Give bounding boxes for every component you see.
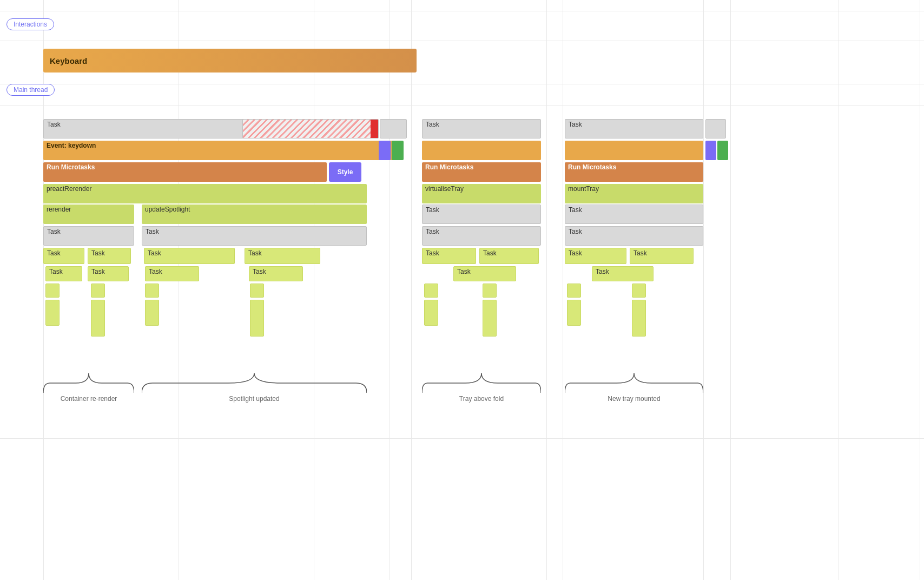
update-spotlight-label: updateSpotlight — [145, 206, 190, 213]
rerender-label: rerender — [47, 206, 71, 213]
leaf-8 — [250, 300, 264, 337]
task-m4: Task — [630, 248, 694, 264]
brace-spotlight-updated — [142, 372, 367, 394]
green-sq-1 — [392, 141, 404, 160]
event-keydown: Event: keydown — [43, 141, 394, 160]
task-m2: Task — [565, 226, 703, 246]
keyboard-label: Keyboard — [50, 56, 87, 65]
task-rerender-label: Task — [47, 228, 61, 235]
leaf-r2-1 — [567, 284, 581, 298]
task-main-r1: Task — [422, 119, 541, 139]
purple-sq-1 — [379, 141, 391, 160]
task-v1: Task — [422, 205, 541, 224]
task-hatched — [242, 119, 379, 139]
leaf-7 — [250, 284, 264, 298]
leaf-r1-1 — [424, 284, 438, 298]
leaf-1 — [45, 284, 60, 298]
run-microtasks-left: Run Microtasks — [43, 162, 327, 182]
main-thread-label: Main thread — [14, 86, 48, 94]
task-rerender: Task — [43, 226, 134, 246]
style-label: Style — [338, 168, 353, 176]
interactions-pill[interactable]: Interactions — [6, 18, 54, 30]
preact-rerender-label: preactRerender — [47, 185, 91, 193]
task-m3: Task — [565, 248, 626, 264]
leaf-3 — [45, 300, 60, 326]
event-r2 — [565, 141, 703, 160]
leaf-5 — [145, 284, 159, 298]
leaf-r2-3 — [567, 300, 581, 326]
leaf-r1-2 — [483, 284, 497, 298]
leaf-6 — [145, 300, 159, 326]
task-s1: Task — [144, 248, 235, 264]
task-v3: Task — [422, 248, 476, 264]
main-thread-pill[interactable]: Main thread — [6, 84, 55, 96]
task-main-r2: Task — [565, 119, 703, 139]
event-keydown-label: Event: keydown — [47, 142, 96, 149]
brace-new-tray-mounted — [565, 372, 703, 394]
task-r2: Task — [88, 248, 131, 264]
task-gray-small — [380, 119, 407, 139]
task-r3: Task — [45, 266, 82, 281]
container-rerender-label: Container re-render — [43, 395, 134, 403]
task-gray-r2 — [705, 119, 726, 139]
leaf-4 — [91, 300, 105, 337]
run-microtasks-r1: Run Microtasks — [422, 162, 541, 182]
brace-container-rerender — [43, 372, 134, 394]
task-v5: Task — [453, 266, 516, 281]
task-main-left-label: Task — [47, 121, 61, 128]
task-spotlight: Task — [142, 226, 367, 246]
task-r4: Task — [88, 266, 129, 281]
update-spotlight: updateSpotlight — [142, 205, 367, 224]
keyboard-bar: Keyboard — [43, 49, 417, 72]
performance-timeline: Interactions Keyboard Main thread Task E… — [0, 0, 924, 580]
rerender: rerender — [43, 205, 134, 224]
task-spotlight-label: Task — [146, 228, 159, 235]
task-s4: Task — [249, 266, 303, 281]
task-v4: Task — [479, 248, 539, 264]
interactions-label: Interactions — [14, 21, 47, 28]
style-block: Style — [329, 162, 361, 182]
green-sq-2 — [717, 141, 728, 160]
mount-tray: mountTray — [565, 184, 703, 203]
task-m1: Task — [565, 205, 703, 224]
grid — [0, 0, 924, 580]
purple-sq-2 — [705, 141, 716, 160]
leaf-r1-3 — [424, 300, 438, 326]
event-r1 — [422, 141, 541, 160]
leaf-r1-4 — [483, 300, 497, 337]
spotlight-updated-label: Spotlight updated — [142, 395, 367, 403]
task-s2: Task — [245, 248, 320, 264]
task-r1: Task — [43, 248, 84, 264]
run-microtasks-r2: Run Microtasks — [565, 162, 703, 182]
tray-above-fold-label: Tray above fold — [422, 395, 541, 403]
run-microtasks-left-label: Run Microtasks — [47, 163, 95, 171]
leaf-r2-2 — [632, 284, 646, 298]
new-tray-mounted-label: New tray mounted — [565, 395, 703, 403]
task-v2: Task — [422, 226, 541, 246]
leaf-2 — [91, 284, 105, 298]
leaf-r2-4 — [632, 300, 646, 337]
preact-rerender: preactRerender — [43, 184, 367, 203]
brace-tray-above-fold — [422, 372, 541, 394]
task-m5: Task — [592, 266, 654, 281]
task-s3: Task — [145, 266, 199, 281]
virtualise-tray: virtualiseTray — [422, 184, 541, 203]
